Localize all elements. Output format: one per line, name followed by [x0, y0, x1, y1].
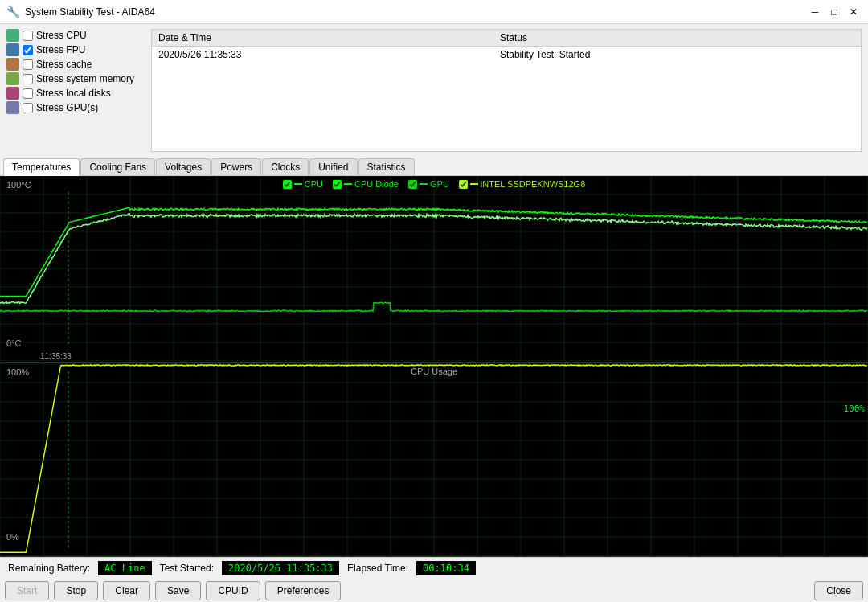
stress-options: Stress CPUStress FPUStress cacheStress s…	[6, 29, 143, 152]
main-content: Stress CPUStress FPUStress cacheStress s…	[0, 24, 868, 557]
stress-gpu-checkbox[interactable]	[23, 103, 33, 113]
checkbox-stress-gpu: Stress GPU(s)	[6, 101, 143, 114]
fpu-icon	[6, 43, 19, 56]
tab-voltages[interactable]: Voltages	[156, 158, 211, 175]
col-datetime: Date & Time	[152, 30, 493, 47]
temp-canvas	[0, 176, 868, 361]
tabs-row: TemperaturesCooling FansVoltagesPowersCl…	[0, 157, 868, 176]
status-text: Stability Test: Started	[493, 47, 861, 63]
start-button[interactable]: Start	[5, 581, 49, 600]
tab-clocks[interactable]: Clocks	[262, 158, 309, 175]
title-bar: 🔧 System Stability Test - AIDA64 ─ □ ✕	[0, 0, 868, 24]
close-button[interactable]: Close	[814, 581, 863, 600]
checkbox-stress-memory: Stress system memory	[6, 72, 143, 85]
elapsed-label: Elapsed Time:	[347, 563, 408, 574]
status-table: Date & Time Status 2020/5/26 11:35:33Sta…	[152, 30, 861, 63]
temp-legend: CPUCPU DiodeGPUiNTEL SSDPEKNWS12G8	[0, 179, 868, 189]
save-button[interactable]: Save	[155, 581, 201, 600]
disk-icon	[6, 87, 19, 100]
test-started-value: 2020/5/26 11:35:33	[222, 561, 339, 575]
tab-statistics[interactable]: Statistics	[358, 158, 415, 175]
legend-cpu: CPU	[283, 179, 323, 189]
col-status: Status	[493, 30, 861, 47]
minimize-button[interactable]: ─	[807, 4, 823, 20]
app-title: System Stability Test - AIDA64	[25, 6, 155, 18]
battery-value: AC Line	[98, 561, 152, 575]
cpu-icon	[6, 29, 19, 42]
stress-fpu-label: Stress FPU	[36, 44, 85, 55]
bottom-bar: Remaining Battery: AC Line Test Started:…	[0, 557, 868, 602]
cpu-y-bottom: 0%	[6, 532, 19, 542]
top-section: Stress CPUStress FPUStress cacheStress s…	[0, 24, 868, 157]
checkbox-stress-fpu: Stress FPU	[6, 43, 143, 56]
stress-cpu-label: Stress CPU	[36, 30, 87, 41]
checkbox-stress-cache: Stress cache	[6, 58, 143, 71]
stress-disks-label: Stress local disks	[36, 88, 111, 99]
checkbox-stress-disks: Stress local disks	[6, 87, 143, 100]
tab-powers[interactable]: Powers	[211, 158, 261, 175]
window-controls: ─ □ ✕	[807, 4, 862, 20]
cpu-value-right: 100%	[844, 403, 866, 414]
status-table-wrapper: Date & Time Status 2020/5/26 11:35:33Sta…	[151, 29, 862, 152]
legend-gpu: GPU	[408, 179, 449, 189]
checkbox-stress-cpu: Stress CPU	[6, 29, 143, 42]
graphs-section: CPUCPU DiodeGPUiNTEL SSDPEKNWS12G8 100°C…	[0, 176, 868, 557]
cpu-canvas	[0, 363, 868, 556]
stress-cache-checkbox[interactable]	[23, 59, 33, 70]
stop-button[interactable]: Stop	[54, 581, 98, 600]
cache-icon	[6, 58, 19, 71]
legend-intelssdpeknws12g8: iNTEL SSDPEKNWS12G8	[459, 179, 585, 189]
stress-memory-checkbox[interactable]	[23, 74, 33, 84]
cpu-usage-chart: CPU Usage 100% 0% 100%	[0, 363, 868, 557]
stress-disks-checkbox[interactable]	[23, 88, 33, 99]
status-row: Remaining Battery: AC Line Test Started:…	[0, 558, 868, 579]
app-icon: 🔧	[6, 6, 20, 18]
tab-cooling-fans[interactable]: Cooling Fans	[80, 158, 155, 175]
temp-y-bottom: 0°C	[6, 338, 21, 348]
temp-x-label: 11:35:33	[40, 352, 72, 361]
tab-temperatures[interactable]: Temperatures	[3, 158, 80, 176]
temperature-chart: CPUCPU DiodeGPUiNTEL SSDPEKNWS12G8 100°C…	[0, 176, 868, 363]
gpu-icon	[6, 101, 19, 114]
cpu-chart-title: CPU Usage	[0, 367, 868, 376]
maximize-button[interactable]: □	[826, 4, 842, 20]
battery-label: Remaining Battery:	[8, 563, 90, 574]
cpuid-button[interactable]: CPUID	[206, 581, 260, 600]
preferences-button[interactable]: Preferences	[265, 581, 342, 600]
elapsed-value: 00:10:34	[416, 561, 476, 575]
tab-unified[interactable]: Unified	[309, 158, 357, 175]
buttons-row: Start Stop Clear Save CPUID Preferences …	[0, 579, 868, 602]
mem-icon	[6, 72, 19, 85]
temp-y-top: 100°C	[6, 180, 31, 190]
stress-cpu-checkbox[interactable]	[23, 31, 33, 41]
legend-cpudiode: CPU Diode	[333, 179, 399, 189]
clear-button[interactable]: Clear	[103, 581, 150, 600]
stress-memory-label: Stress system memory	[36, 73, 134, 84]
stress-fpu-checkbox[interactable]	[23, 45, 33, 55]
stress-gpu-label: Stress GPU(s)	[36, 102, 98, 113]
stress-cache-label: Stress cache	[36, 59, 92, 70]
cpu-y-top: 100%	[6, 367, 29, 377]
test-started-label: Test Started:	[160, 563, 214, 574]
status-row-item: 2020/5/26 11:35:33Stability Test: Starte…	[152, 47, 861, 63]
close-window-button[interactable]: ✕	[845, 4, 862, 20]
status-datetime: 2020/5/26 11:35:33	[152, 47, 493, 63]
